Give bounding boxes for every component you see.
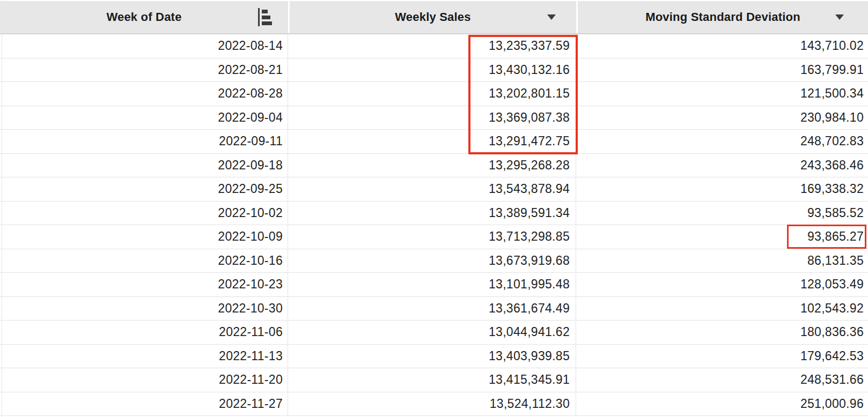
cell-week-of-date[interactable]: 2022-11-20: [0, 368, 288, 392]
cell-weekly-sales[interactable]: 13,361,674.49: [288, 297, 576, 321]
cell-moving-standard-deviation[interactable]: 93,585.52: [576, 202, 868, 225]
cell-moving-standard-deviation[interactable]: 93,865.27: [576, 225, 868, 249]
cell-week-of-date[interactable]: 2022-10-30: [0, 297, 288, 321]
cell-moving-standard-deviation[interactable]: 143,710.02: [576, 34, 868, 58]
cell-moving-standard-deviation[interactable]: 230,984.10: [576, 106, 868, 130]
cell-moving-standard-deviation[interactable]: 128,053.49: [576, 273, 868, 296]
dropdown-arrow-icon[interactable]: [547, 14, 556, 20]
cell-weekly-sales[interactable]: 13,101,995.48: [288, 273, 576, 296]
cell-weekly-sales[interactable]: 13,291,472.75: [288, 130, 576, 153]
table-header: Week of Date Weekly Sales Moving Standar…: [0, 1, 868, 34]
cell-week-of-date[interactable]: 2022-09-11: [0, 130, 288, 153]
column-header-label: Week of Date: [106, 10, 181, 24]
cell-weekly-sales[interactable]: 13,713,298.85: [288, 225, 576, 249]
cell-week-of-date[interactable]: 2022-11-06: [0, 321, 288, 344]
cell-weekly-sales[interactable]: 13,369,087.38: [288, 106, 576, 130]
cell-week-of-date[interactable]: 2022-11-27: [0, 392, 288, 416]
cell-week-of-date[interactable]: 2022-08-14: [0, 34, 288, 58]
column-header-moving-standard-deviation[interactable]: Moving Standard Deviation: [576, 1, 868, 33]
cell-moving-standard-deviation[interactable]: 102,543.92: [576, 297, 868, 321]
table-row[interactable]: 2022-10-09 13,713,298.85 93,865.27: [0, 225, 868, 249]
table-row[interactable]: 2022-09-11 13,291,472.75 248,702.83: [0, 130, 868, 154]
table-row[interactable]: 2022-09-25 13,543,878.94 169,338.32: [0, 177, 868, 202]
cell-weekly-sales[interactable]: 13,430,132.16: [288, 58, 576, 82]
cell-week-of-date[interactable]: 2022-10-09: [0, 225, 288, 249]
cell-moving-standard-deviation[interactable]: 121,500.34: [576, 82, 868, 106]
cell-week-of-date[interactable]: 2022-11-13: [0, 345, 288, 368]
cell-week-of-date[interactable]: 2022-10-16: [0, 249, 288, 273]
column-header-label: Moving Standard Deviation: [645, 10, 800, 24]
table-row[interactable]: 2022-10-30 13,361,674.49 102,543.92: [0, 297, 868, 321]
dropdown-arrow-icon[interactable]: [835, 14, 844, 20]
cell-weekly-sales[interactable]: 13,524,112.30: [288, 392, 576, 416]
cell-weekly-sales[interactable]: 13,235,337.59: [288, 34, 576, 58]
cell-weekly-sales[interactable]: 13,202,801.15: [288, 82, 576, 106]
cell-weekly-sales[interactable]: 13,389,591.34: [288, 202, 576, 225]
cell-weekly-sales[interactable]: 13,403,939.85: [288, 345, 576, 368]
cell-week-of-date[interactable]: 2022-10-02: [0, 202, 288, 225]
table-row[interactable]: 2022-11-06 13,044,941.62 180,836.36: [0, 321, 868, 345]
cell-weekly-sales[interactable]: 13,543,878.94: [288, 177, 576, 201]
cell-weekly-sales[interactable]: 13,044,941.62: [288, 321, 576, 344]
cell-week-of-date[interactable]: 2022-09-18: [0, 154, 288, 177]
moving-std-dev-table: Week of Date Weekly Sales Moving Standar…: [0, 0, 868, 417]
cell-weekly-sales[interactable]: 13,673,919.68: [288, 249, 576, 273]
cell-moving-standard-deviation[interactable]: 251,000.96: [576, 392, 868, 416]
cell-moving-standard-deviation[interactable]: 86,131.35: [576, 249, 868, 273]
table-row[interactable]: 2022-08-14 13,235,337.59 143,710.02: [0, 34, 868, 58]
table-row[interactable]: 2022-10-16 13,673,919.68 86,131.35: [0, 249, 868, 273]
cell-week-of-date[interactable]: 2022-08-21: [0, 58, 288, 82]
cell-moving-standard-deviation[interactable]: 169,338.32: [576, 177, 868, 201]
cell-week-of-date[interactable]: 2022-09-04: [0, 106, 288, 130]
cell-week-of-date[interactable]: 2022-08-28: [0, 82, 288, 106]
cell-moving-standard-deviation[interactable]: 180,836.36: [576, 321, 868, 344]
cell-weekly-sales[interactable]: 13,415,345.91: [288, 368, 576, 392]
table-row[interactable]: 2022-08-28 13,202,801.15 121,500.34: [0, 82, 868, 106]
cell-moving-standard-deviation[interactable]: 163,799.91: [576, 58, 868, 82]
table-left-border: [2, 0, 2, 417]
cell-moving-standard-deviation[interactable]: 243,368.46: [576, 154, 868, 177]
cell-week-of-date[interactable]: 2022-09-25: [0, 177, 288, 201]
cell-week-of-date[interactable]: 2022-10-23: [0, 273, 288, 296]
cell-moving-standard-deviation[interactable]: 179,642.53: [576, 345, 868, 368]
sort-ascending-icon[interactable]: [258, 8, 273, 26]
table-row[interactable]: 2022-09-18 13,295,268.28 243,368.46: [0, 154, 868, 178]
cell-weekly-sales[interactable]: 13,295,268.28: [288, 154, 576, 177]
cell-moving-standard-deviation[interactable]: 248,531.66: [576, 368, 868, 392]
cell-moving-standard-deviation[interactable]: 248,702.83: [576, 130, 868, 153]
column-header-label: Weekly Sales: [395, 10, 470, 24]
table-row[interactable]: 2022-11-20 13,415,345.91 248,531.66: [0, 368, 868, 392]
table-row[interactable]: 2022-08-21 13,430,132.16 163,799.91: [0, 58, 868, 83]
table-row[interactable]: 2022-10-02 13,389,591.34 93,585.52: [0, 202, 868, 226]
table-row[interactable]: 2022-11-13 13,403,939.85 179,642.53: [0, 345, 868, 369]
table-body: 2022-08-14 13,235,337.59 143,710.02 2022…: [0, 34, 868, 416]
table-row[interactable]: 2022-09-04 13,369,087.38 230,984.10: [0, 106, 868, 130]
table-row[interactable]: 2022-10-23 13,101,995.48 128,053.49: [0, 273, 868, 297]
column-header-weekly-sales[interactable]: Weekly Sales: [288, 1, 576, 33]
column-header-week-of-date[interactable]: Week of Date: [0, 1, 288, 33]
table-row[interactable]: 2022-11-27 13,524,112.30 251,000.96: [0, 392, 868, 416]
